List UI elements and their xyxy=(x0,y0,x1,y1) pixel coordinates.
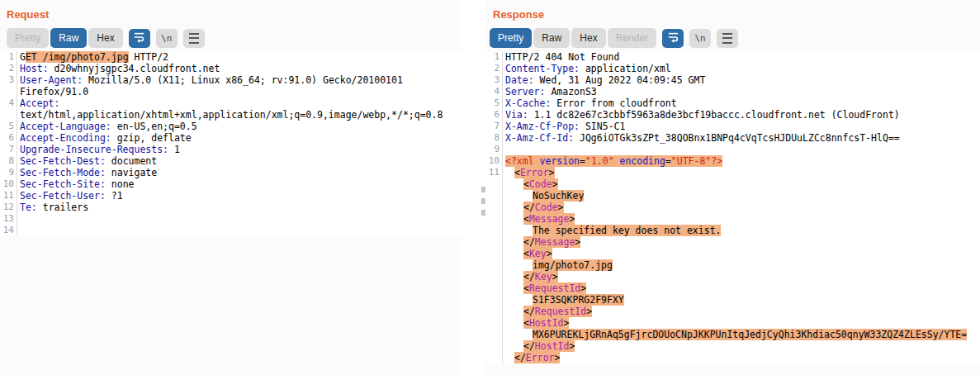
code-text: </Key> xyxy=(503,271,558,282)
code-line: 7X-Amz-Cf-Pop: SIN5-C1 xyxy=(485,121,980,132)
line-number: 2 xyxy=(485,63,503,74)
line-number: 4 xyxy=(0,97,17,109)
line-number: 12 xyxy=(0,202,17,213)
code-line: S1F3SQKPRG2F9FXY xyxy=(485,294,980,306)
code-text: </HostId> xyxy=(503,340,575,352)
code-line: </RequestId> xyxy=(485,306,980,317)
code-text: Sec-Fetch-Dest: document xyxy=(17,155,157,167)
code-line: 13 xyxy=(0,213,461,225)
code-text: User-Agent: Mozilla/5.0 (X11; Linux x86_… xyxy=(17,74,403,86)
newline-toggle-button[interactable]: \n xyxy=(156,29,178,48)
request-view-tabs: PrettyRawHex xyxy=(7,28,123,48)
wrap-toggle-button[interactable] xyxy=(662,29,684,48)
editor-menu-button[interactable] xyxy=(717,29,738,48)
tab-hex[interactable]: Hex xyxy=(571,28,605,48)
code-line: Firefox/91.0 xyxy=(0,86,461,97)
line-number: 10 xyxy=(485,155,503,167)
code-line: 10<?xml version="1.0" encoding="UTF-8"?> xyxy=(485,155,980,167)
code-text: text/html,application/xhtml+xml,applicat… xyxy=(17,109,443,121)
tab-render: Render xyxy=(608,28,656,48)
code-line: 6Via: 1.1 dc82e67c3cbbf5963a8de3bcf19bac… xyxy=(485,109,980,121)
line-number xyxy=(0,86,17,97)
code-text: NoSuchKey xyxy=(503,190,584,202)
code-line: 1GET /img/photo7.jpg HTTP/2 xyxy=(0,51,461,63)
response-toolbar: PrettyRawHexRender \n xyxy=(490,28,980,48)
http-message-viewer: Request PrettyRawHex \n 1GET /img/photo7… xyxy=(0,0,980,375)
tab-raw[interactable]: Raw xyxy=(533,28,570,48)
code-line: <Key> xyxy=(485,248,980,259)
request-editor[interactable]: 1GET /img/photo7.jpg HTTP/22Host: d20whn… xyxy=(0,51,461,236)
request-toolbar: PrettyRawHex \n xyxy=(7,28,461,48)
code-text: HTTP/2 404 Not Found xyxy=(503,51,619,63)
code-text: Accept-Language: en-US,en;q=0.5 xyxy=(17,121,197,132)
code-text xyxy=(17,225,20,236)
word-wrap-icon xyxy=(667,31,679,45)
code-text: <Message> xyxy=(503,213,575,225)
code-line: </Key> xyxy=(485,271,980,282)
code-text: Sec-Fetch-Mode: navigate xyxy=(17,167,157,178)
code-line: 3User-Agent: Mozilla/5.0 (X11; Linux x86… xyxy=(0,74,461,86)
tab-hex[interactable]: Hex xyxy=(88,28,122,48)
code-line: <HostId> xyxy=(485,317,980,329)
code-line: <Message> xyxy=(485,213,980,225)
newline-toggle-button[interactable]: \n xyxy=(689,29,711,48)
code-text: Te: trailers xyxy=(17,202,88,213)
line-number: 13 xyxy=(0,213,17,225)
code-line: 11Sec-Fetch-User: ?1 xyxy=(0,190,461,202)
code-line: 10Sec-Fetch-Site: none xyxy=(0,178,461,190)
code-line: 8Sec-Fetch-Dest: document xyxy=(0,155,461,167)
line-number xyxy=(485,271,503,282)
line-number xyxy=(485,213,503,225)
code-text: Host: d20whnyjsgpc34.cloudfront.net xyxy=(17,63,220,74)
line-number: 3 xyxy=(485,74,503,86)
tab-raw[interactable]: Raw xyxy=(50,28,87,48)
code-line: 6Accept-Encoding: gzip, deflate xyxy=(0,132,461,144)
line-number: 6 xyxy=(485,109,503,121)
code-line: 5X-Cache: Error from cloudfront xyxy=(485,97,980,109)
code-line: 14 xyxy=(0,225,461,236)
line-number xyxy=(485,282,503,294)
code-text: Upgrade-Insecure-Requests: 1 xyxy=(17,144,180,155)
code-line: 1HTTP/2 404 Not Found xyxy=(485,51,980,63)
code-text: X-Cache: Error from cloudfront xyxy=(503,97,677,109)
line-number xyxy=(0,109,17,121)
code-line: 9 xyxy=(485,144,980,155)
line-number: 5 xyxy=(485,97,503,109)
request-panel: Request PrettyRawHex \n 1GET /img/photo7… xyxy=(0,0,461,375)
code-line: 8X-Amz-Cf-Id: JQg6iOTGk3sZPt_38QOBnx1BNP… xyxy=(485,132,980,144)
code-text: <RequestId> xyxy=(503,282,586,294)
tab-pretty: Pretty xyxy=(7,28,49,48)
panel-divider xyxy=(461,0,485,375)
code-text: <HostId> xyxy=(503,317,569,329)
code-line: 7Upgrade-Insecure-Requests: 1 xyxy=(0,144,461,155)
code-line: 3Date: Wed, 31 Aug 2022 04:09:45 GMT xyxy=(485,74,980,86)
code-text: <?xml version="1.0" encoding="UTF-8"?> xyxy=(503,155,722,167)
code-line: 4Server: AmazonS3 xyxy=(485,86,980,97)
line-number: 5 xyxy=(0,121,17,132)
editor-menu-button[interactable] xyxy=(183,29,205,48)
line-number xyxy=(485,202,503,213)
line-number: 8 xyxy=(0,155,17,167)
line-number: 3 xyxy=(0,74,17,86)
line-number xyxy=(485,259,503,271)
code-text: </Message> xyxy=(503,236,580,248)
line-number: 2 xyxy=(0,63,17,74)
newline-icon: \n xyxy=(161,33,172,44)
code-line: MX6PUREKLjGRnAq5gFjrcDOUoCNpJKKPUnItqJed… xyxy=(485,329,980,340)
code-text: Sec-Fetch-Site: none xyxy=(17,178,134,190)
line-number: 14 xyxy=(0,225,17,236)
code-line: </Code> xyxy=(485,202,980,213)
code-text: Date: Wed, 31 Aug 2022 04:09:45 GMT xyxy=(503,74,705,86)
wrap-toggle-button[interactable] xyxy=(129,29,150,48)
line-number: 10 xyxy=(0,178,17,190)
code-line: <RequestId> xyxy=(485,282,980,294)
response-editor[interactable]: 1HTTP/2 404 Not Found2Content-Type: appl… xyxy=(485,51,980,363)
code-text: MX6PUREKLjGRnAq5gFjrcDOUoCNpJKKPUnItqJed… xyxy=(503,329,967,340)
code-text xyxy=(503,144,505,155)
response-view-tabs: PrettyRawHexRender xyxy=(490,28,656,48)
code-line: 2Content-Type: application/xml xyxy=(485,63,980,74)
line-number xyxy=(485,178,503,190)
code-text: Firefox/91.0 xyxy=(17,86,88,97)
tab-pretty[interactable]: Pretty xyxy=(490,28,532,48)
code-text: Server: AmazonS3 xyxy=(503,86,597,97)
